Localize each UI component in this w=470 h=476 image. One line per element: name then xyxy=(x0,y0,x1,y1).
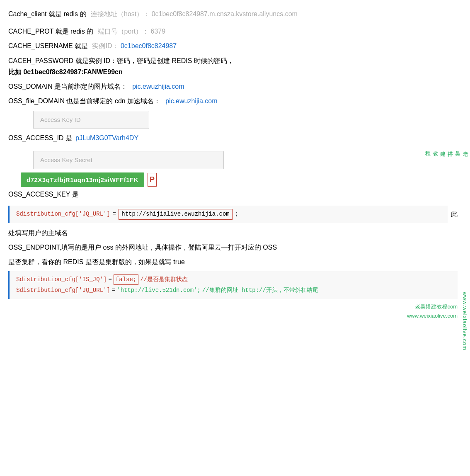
access-key-secret-placeholder: Access Key Secret xyxy=(40,156,92,163)
code2-line1: $distribution_cfg['IS_JQ'] = false; //是否… xyxy=(16,274,451,285)
code1-end: 此 xyxy=(451,209,458,220)
oss-file-domain-line: OSS_file_DOMAIN 也是当前绑定的 cdn 加速域名： pic.ew… xyxy=(8,95,458,107)
host-label: 连接地址（host）： xyxy=(91,10,150,17)
cache-client-prefix: Cache_client 就是 redis 的 xyxy=(8,10,87,17)
watermark-line1: 老 xyxy=(462,147,469,147)
oss-access-id-value: pJLuM3G0TVarh4DY xyxy=(75,134,138,141)
code1-url: http://shijialive.ewuzhijia.com xyxy=(119,209,232,220)
key-suffix-indicator: P xyxy=(148,173,157,187)
code2-false: false; xyxy=(114,274,138,285)
oss-access-key-line: OSS_ACCESS_KEY 是 xyxy=(8,189,458,200)
access-key-secret-container: Access Key Secret xyxy=(21,151,458,171)
line10: 处填写用户的主域名 xyxy=(8,227,458,238)
watermark-url: www.weixiaolive.com xyxy=(459,290,470,329)
access-key-secret-input[interactable]: Access Key Secret xyxy=(33,151,224,169)
access-key-id-placeholder: Access Key ID xyxy=(40,116,81,123)
access-key-id-container: Access Key ID xyxy=(21,111,458,131)
code1-var: $distribution_cfg['JQ_URL'] xyxy=(16,209,110,219)
cache-username-prefix: CACHE_USERNAME 就是 xyxy=(8,42,88,49)
line10-text: 处填写用户的主域名 xyxy=(8,229,68,236)
host-value: 0c1bec0f8c824987.m.cnsza.kvstore.aliyunc… xyxy=(152,10,298,17)
oss-access-id-prefix: OSS_ACCESS_ID 是 xyxy=(8,134,72,141)
access-key-value-row: d72X3qTzfbjR1aqn13mj2siWFFf1FK P xyxy=(8,172,458,187)
line11-text: OSS_ENDPOINT,填写的是用户 oss 的外网地址，具体操作，登陆阿里云… xyxy=(8,244,277,251)
access-key-badge: d72X3qTzfbjR1aqn13mj2siWFFf1FK xyxy=(21,172,144,187)
code2-var1: $distribution_cfg['IS_JQ'] xyxy=(16,275,107,285)
watermark-line2: 吴 xyxy=(454,147,462,147)
oss-file-domain-value: pic.ewuzhijia.com xyxy=(165,95,217,107)
access-key-id-input[interactable]: Access Key ID xyxy=(33,111,149,129)
oss-domain-prefix: OSS_DOMAIN 是当前绑定的图片域名： xyxy=(8,81,127,92)
divider1 xyxy=(8,23,182,23)
access-key-badge-value: d72X3qTzfbjR1aqn13mj2siWFFf1FK xyxy=(27,176,138,183)
code1-op: = xyxy=(113,209,116,219)
cache-username-line: CACHE_USERNAME 就是 实例ID： 0c1bec0f8c824987 xyxy=(8,40,458,51)
watermark-line6: 程 xyxy=(424,147,431,147)
cache-password-text1: CACEH_PASSWORD 就是实例 ID：密码，密码是创建 REDIS 时候… xyxy=(8,55,458,66)
code2-comment2: //集群的网址 http://开头，不带斜杠结尾 xyxy=(202,286,318,296)
watermark-line4: 建 xyxy=(439,147,446,147)
cache-prot-line: CACHE_PROT 就是 redis 的 端口号（port）： 6379 xyxy=(8,26,458,37)
cache-client-line: Cache_client 就是 redis 的 连接地址（host）： 0c1b… xyxy=(8,8,458,19)
code-block-1-container: $distribution_cfg['JQ_URL'] = http://shi… xyxy=(8,203,458,226)
port-label: 端口号（port）： xyxy=(98,28,149,35)
oss-access-id-line: OSS_ACCESS_ID 是 pJLuM3G0TVarh4DY xyxy=(8,132,458,143)
instance-label: 实例ID： xyxy=(92,42,119,49)
code2-url2: 'http://live.521dn.com'; xyxy=(117,286,201,296)
line12-text: 是否集群，看你的 REDIS 是否是集群版的，如果是就写 true xyxy=(8,258,185,265)
port-value: 6379 xyxy=(151,28,166,35)
watermark-line5: 教 xyxy=(431,147,439,147)
cache-password-line: CACEH_PASSWORD 就是实例 ID：密码，密码是创建 REDIS 时候… xyxy=(8,55,458,78)
watermark-right: 老 吴 搭 建 教 程 xyxy=(423,145,470,149)
code2-comment1: //是否是集群状态 xyxy=(140,275,188,285)
instance-id-value: 0c1bec0f8c824987 xyxy=(121,42,177,49)
code-block-2: $distribution_cfg['IS_JQ'] = false; //是否… xyxy=(8,271,458,299)
code2-line2: $distribution_cfg['JQ_URL'] = 'http://li… xyxy=(16,286,451,296)
line12: 是否集群，看你的 REDIS 是否是集群版的，如果是就写 true xyxy=(8,256,458,267)
cache-prot-prefix: CACHE_PROT 就是 redis 的 xyxy=(8,28,93,35)
line11: OSS_ENDPOINT,填写的是用户 oss 的外网地址，具体操作，登陆阿里云… xyxy=(8,242,458,253)
code2-op2: = xyxy=(112,286,115,296)
oss-access-key-prefix: OSS_ACCESS_KEY 是 xyxy=(8,191,79,198)
oss-domain-value: pic.ewuzhijia.com xyxy=(132,81,184,92)
watermark-line3: 搭 xyxy=(446,147,454,147)
code2-op1: = xyxy=(108,275,111,285)
code-block-1: $distribution_cfg['JQ_URL'] = http://shi… xyxy=(8,206,448,223)
oss-file-domain-prefix: OSS_file_DOMAIN 也是当前绑定的 cdn 加速域名： xyxy=(8,95,160,107)
code2-var2: $distribution_cfg['JQ_URL'] xyxy=(16,286,110,296)
code1-suffix: ; xyxy=(235,209,238,219)
bottom-watermark: 老吴搭建教程com www.weixiaolive.com xyxy=(8,302,458,321)
oss-domain-line: OSS_DOMAIN 是当前绑定的图片域名： pic.ewuzhijia.com xyxy=(8,81,458,92)
cache-password-text2: 比如 0c1bec0f8c824987:FANWE99cn xyxy=(8,66,458,78)
